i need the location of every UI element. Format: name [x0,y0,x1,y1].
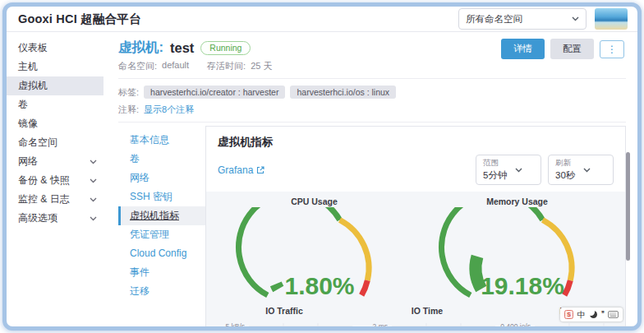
sidebar-item-virtual-machines[interactable]: 虚拟机 [7,76,104,95]
age-label: 存活时间: [207,60,246,72]
ime-quotes-indicator[interactable]: ’’ [601,310,604,319]
chevron-down-icon [90,216,97,221]
annotations-label: 注释: [118,104,139,116]
chart-title: CPU Usage [213,197,416,206]
sidebar-item-hosts[interactable]: 主机 [7,58,104,76]
vertical-scrollbar[interactable] [626,152,630,261]
top-bar-right: 所有命名空间 [458,8,628,30]
gauge-row: CPU Usage 1.80% Memory Usage 19.18% [213,197,619,304]
sidebar-item-dashboard[interactable]: 仪表板 [7,39,104,58]
chevron-down-icon [583,168,591,173]
divider [118,78,626,79]
svg-text:19.18%: 19.18% [481,272,564,299]
top-bar: Gooxi HCI 超融合平台 所有命名空间 [7,7,637,32]
ime-lang-indicator[interactable]: 中 [577,309,586,321]
sogou-logo-icon[interactable]: S [564,310,573,319]
tab-volumes[interactable]: 卷 [118,150,205,169]
namespace-value: default [162,60,189,72]
sidebar-item-volumes[interactable]: 卷 [7,95,104,114]
refresh-select[interactable]: 刷新 30秒 [548,155,614,185]
ime-toolbar[interactable]: S 中 ’’ [560,308,623,321]
show-annotations-link[interactable]: 显示8个注释 [144,104,194,116]
screenshot-root: Gooxi HCI 超融合平台 所有命名空间 仪表板 主机 虚拟机 卷 镜像 命… [0,0,644,333]
svg-text:2 ms: 2 ms [373,322,388,331]
tab-migration[interactable]: 迁移 [118,282,205,301]
annotations-row: 注释: 显示8个注释 [118,104,626,116]
sidebar-item-advanced[interactable]: 高级选项 [7,209,104,228]
memory-usage-gauge: 19.18% [416,207,619,304]
tab-credentials[interactable]: 凭证管理 [118,225,205,244]
config-button[interactable]: 配置 [550,39,594,59]
action-buttons: 详情 配置 ⋮ [501,39,624,59]
vm-name: test [170,40,194,56]
tab-vm-metrics[interactable]: 虚拟机指标 [118,206,205,225]
chevron-down-icon [515,168,522,173]
chart-title: IO Time [356,306,499,316]
app-body: 仪表板 主机 虚拟机 卷 镜像 命名空间 网络 备份 & 快照 监控 & 日志 … [7,32,637,327]
metrics-panel: 虚拟机指标 Grafana 范围 5分钟 [205,126,626,331]
sidebar-item-images[interactable]: 镜像 [7,114,104,133]
divider [118,122,626,123]
metrics-controls: Grafana 范围 5分钟 [218,155,614,185]
svg-text:0.400 io/s: 0.400 io/s [500,322,531,331]
io-traffic-chart: 5 kB/s4 kB/s3 kB/s [213,317,356,331]
app-title: Gooxi HCI 超融合平台 [18,12,141,27]
external-link-icon [256,166,264,174]
resource-type-link[interactable]: 虚拟机: [118,39,163,57]
svg-text:5 kB/s: 5 kB/s [225,322,245,331]
chart-title: Memory Usage [416,197,619,206]
sidebar-item-backup-snapshot[interactable]: 备份 & 快照 [7,171,104,190]
age-value: 25 天 [251,60,272,72]
sidebar-item-networks[interactable]: 网络 [7,152,104,171]
label-chip: harvesterhci.io/creator : harvester [144,86,285,99]
tab-basic-info[interactable]: 基本信息 [118,131,205,150]
sidebar: 仪表板 主机 虚拟机 卷 镜像 命名空间 网络 备份 & 快照 监控 & 日志 … [7,32,104,327]
status-badge: Running [200,41,251,55]
svg-text:1.80%: 1.80% [284,272,354,299]
chevron-down-icon [572,16,579,21]
tab-events[interactable]: 事件 [118,263,205,282]
app-window: Gooxi HCI 超融合平台 所有命名空间 仪表板 主机 虚拟机 卷 镜像 命… [2,2,642,331]
svg-text:S: S [567,312,571,317]
range-select[interactable]: 范围 5分钟 [476,155,541,185]
keyboard-icon[interactable] [608,311,619,318]
detail-nav: 基本信息 卷 网络 SSH 密钥 虚拟机指标 凭证管理 Cloud Config… [118,126,205,301]
chevron-down-icon [90,178,97,183]
chart-title: IO Traffic [213,306,356,316]
details-button[interactable]: 详情 [501,39,545,59]
meta-row: 命名空间: default 存活时间: 25 天 [118,60,626,72]
sidebar-item-namespaces[interactable]: 命名空间 [7,133,104,152]
tab-cloud-config[interactable]: Cloud Config [118,244,205,263]
chevron-down-icon [90,197,97,202]
tab-ssh-keys[interactable]: SSH 密钥 [118,187,205,206]
sidebar-item-monitoring-logs[interactable]: 监控 & 日志 [7,190,104,209]
moon-icon[interactable] [590,311,597,318]
labels-row: 标签: harvesterhci.io/creator : harvester … [118,86,626,99]
io-time-chart: 2 ms1.50 ms1 ms [356,317,499,331]
detail-content: 基本信息 卷 网络 SSH 密钥 虚拟机指标 凭证管理 Cloud Config… [118,126,626,331]
metrics-title: 虚拟机指标 [218,135,614,150]
label-chip: harvesterhci.io/os : linux [290,86,396,99]
tab-networks[interactable]: 网络 [118,169,205,187]
namespace-filter-value: 所有命名空间 [466,13,522,25]
labels-label: 标签: [118,86,139,99]
namespace-filter-select[interactable]: 所有命名空间 [458,8,586,30]
metrics-selects: 范围 5分钟 刷新 30秒 [476,155,614,185]
chevron-down-icon [90,160,97,164]
cpu-usage-gauge: 1.80% [213,207,416,304]
line-chart-row: IO Traffic 5 kB/s4 kB/s3 kB/s IO Time 2 … [213,306,619,331]
more-actions-button[interactable]: ⋮ [600,40,624,58]
avatar[interactable] [595,8,628,30]
main-content: 虚拟机: test Running 详情 配置 ⋮ 命名空间: default … [104,32,637,327]
grafana-link[interactable]: Grafana [218,164,264,176]
namespace-label: 命名空间: [118,60,157,72]
